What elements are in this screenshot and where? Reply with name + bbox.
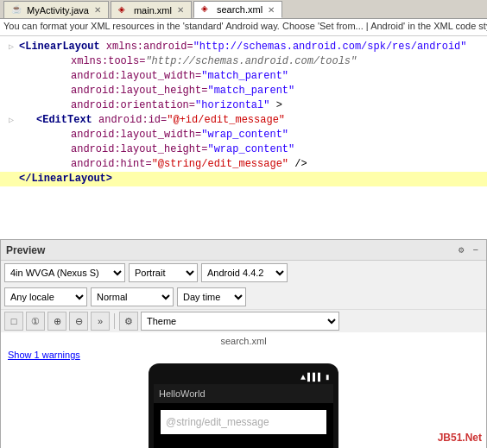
api-select[interactable]: Android 4.4.2 <box>201 263 288 282</box>
device-title-bar: HelloWorld <box>154 384 333 403</box>
xml-file-icon-search: ◈ <box>201 3 213 16</box>
code-line-6: ▷ <EditText android:id="@+id/edit_messag… <box>0 113 487 128</box>
preview-header-controls: ⚙ − <box>456 243 481 256</box>
battery-icon: ▮ <box>325 372 330 382</box>
xml-file-icon-main: ◈ <box>118 4 130 16</box>
device-frame: ▲ ▌▌▌ ▮ HelloWorld @string/edit_message <box>149 363 338 448</box>
info-bar: You can format your XML resources in the… <box>0 19 487 36</box>
signal-icon: ▌▌▌ <box>307 373 323 382</box>
gutter-6: ▷ <box>3 113 19 128</box>
dropdowns-row-1: 4in WVGA (Nexus S) Portrait Landscape An… <box>1 261 486 285</box>
preview-gear-button[interactable]: ⚙ <box>456 243 467 256</box>
dropdowns-row-2: Any locale Normal Day time Night time <box>1 285 486 309</box>
preview-filename: search.xml <box>220 336 266 346</box>
device-select[interactable]: 4in WVGA (Nexus S) <box>4 263 125 282</box>
preview-title: Preview <box>6 244 45 256</box>
tab-mainxml[interactable]: ◈ main.xml ✕ <box>111 1 192 18</box>
toolbar-separator <box>114 313 115 329</box>
code-line-10: </LinearLayout> <box>0 172 487 186</box>
tab-close-myactivity[interactable]: ✕ <box>94 5 101 15</box>
toolbar-zoom-out-btn[interactable]: ⊖ <box>69 312 88 331</box>
toolbar-layout-btn[interactable]: □ <box>4 312 23 331</box>
watermark: JB51.Net <box>438 432 482 445</box>
gutter-1: ▷ <box>3 40 19 54</box>
tab-searchxml[interactable]: ◈ search.xml ✕ <box>193 1 282 18</box>
wifi-icon: ▲ <box>300 373 306 382</box>
preview-pin-button[interactable]: − <box>470 244 481 256</box>
toolbar-settings-btn[interactable]: ⚙ <box>119 312 138 331</box>
tab-bar: ☕ MyActivity.java ✕ ◈ main.xml ✕ ◈ searc… <box>0 0 487 19</box>
edit-text-field: @string/edit_message <box>161 410 326 434</box>
code-line-4: android:layout_height="match_parent" <box>0 84 487 98</box>
toolbar-zoom-in-btn[interactable]: ⊕ <box>47 312 66 331</box>
java-file-icon: ☕ <box>11 4 23 16</box>
toolbar-render-btn[interactable]: ① <box>26 312 45 331</box>
code-line-3: android:layout_width="match_parent" <box>0 69 487 84</box>
tab-close-searchxml[interactable]: ✕ <box>268 5 275 15</box>
code-line-8: android:layout_height="wrap_content" <box>0 142 487 157</box>
code-line-9: android:hint="@string/edit_message" /> <box>0 157 487 172</box>
toolbar-more-btn[interactable]: » <box>91 312 110 331</box>
code-editor[interactable]: ▷ <LinearLayout xmlns:android="http://sc… <box>0 36 487 239</box>
warning-link[interactable]: Show 1 warnings <box>8 350 80 360</box>
code-line-7: android:layout_width="wrap_content" <box>0 128 487 142</box>
preview-panel: Preview ⚙ − 4in WVGA (Nexus S) Portrait … <box>0 239 487 448</box>
preview-content: search.xml Show 1 warnings ▲ ▌▌▌ ▮ Hello… <box>1 332 486 448</box>
preview-header: Preview ⚙ − <box>1 240 486 261</box>
code-line-5: android:orientation="horizontal" > <box>0 98 487 113</box>
theme-select[interactable]: Theme <box>141 312 339 331</box>
device-status-bar: ▲ ▌▌▌ ▮ <box>154 370 333 384</box>
activity-select[interactable]: Normal <box>91 287 174 306</box>
daytime-select[interactable]: Day time Night time <box>177 287 246 306</box>
toolbar-row: □ ① ⊕ ⊖ » ⚙ Theme <box>1 309 486 332</box>
orientation-select[interactable]: Portrait Landscape <box>129 263 198 282</box>
device-screen: @string/edit_message <box>154 403 333 448</box>
tab-close-mainxml[interactable]: ✕ <box>177 5 184 15</box>
code-line-2: xmlns:tools="http://schemas.android.com/… <box>0 54 487 69</box>
status-icons: ▲ ▌▌▌ ▮ <box>300 372 330 382</box>
code-line-1: ▷ <LinearLayout xmlns:android="http://sc… <box>0 40 487 54</box>
locale-select[interactable]: Any locale <box>4 287 87 306</box>
tab-myactivity[interactable]: ☕ MyActivity.java ✕ <box>3 1 109 18</box>
